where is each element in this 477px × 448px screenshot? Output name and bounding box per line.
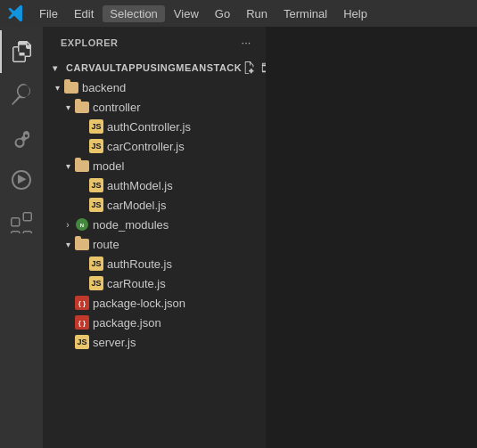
menu-selection[interactable]: Selection: [103, 5, 164, 22]
activity-bar: [0, 27, 43, 448]
workspace-actions: [242, 60, 266, 76]
explorer-header: EXPLORER ···: [43, 27, 266, 58]
backend-folder-icon: [64, 82, 78, 94]
menu-go[interactable]: Go: [208, 5, 237, 22]
workspace-chevron: [48, 61, 62, 75]
carmodel-chevron: [75, 198, 89, 212]
package-label: package.json: [93, 316, 161, 330]
authmodel-chevron: [75, 178, 89, 192]
backend-chevron: [50, 80, 64, 94]
workspace-name: CARVAULTAPPUSINGMEANSTACK: [66, 62, 242, 73]
more-options-button[interactable]: ···: [237, 34, 255, 52]
activity-run-debug[interactable]: [0, 159, 43, 201]
server-js-icon: JS: [75, 335, 89, 349]
menu-help[interactable]: Help: [336, 5, 374, 22]
activity-source-control[interactable]: [0, 116, 43, 159]
explorer-icon: [12, 41, 33, 62]
tree-item-backend[interactable]: backend: [43, 77, 266, 97]
carmodel-js-icon: JS: [89, 198, 103, 212]
svg-text:N: N: [80, 223, 84, 228]
activity-extensions[interactable]: [0, 201, 43, 244]
tree-item-route[interactable]: route: [43, 234, 266, 254]
route-folder-icon: [75, 239, 89, 250]
authmodel-js-icon: JS: [89, 178, 103, 192]
authroute-label: authRoute.js: [107, 257, 172, 271]
model-label: model: [93, 159, 124, 173]
carcontroller-chevron: [75, 139, 89, 153]
carcontroller-js-icon: JS: [89, 139, 103, 153]
extensions-icon: [11, 212, 32, 233]
vscode-logo: [7, 4, 25, 22]
tree-item-carroute[interactable]: JS carRoute.js: [43, 273, 266, 293]
packagelock-json-icon: { }: [75, 296, 89, 310]
source-control-icon: [11, 126, 32, 148]
workspace-header[interactable]: CARVAULTAPPUSINGMEANSTACK: [43, 58, 266, 77]
tree-item-nodemodules[interactable]: N node_modules: [43, 215, 266, 234]
activity-explorer[interactable]: [0, 30, 43, 73]
tree-item-authcontroller[interactable]: JS authController.js: [43, 117, 266, 136]
model-chevron: [61, 159, 75, 173]
titlebar: File Edit Selection View Go Run Terminal…: [0, 0, 477, 27]
search-icon: [11, 84, 32, 105]
tree-item-controller[interactable]: controller: [43, 97, 266, 117]
titlebar-menu: File Edit Selection View Go Run Terminal…: [32, 5, 374, 22]
editor-area: [266, 27, 477, 448]
main-layout: EXPLORER ··· CARVAULTAPPUSINGMEANSTACK: [0, 27, 477, 448]
file-tree[interactable]: CARVAULTAPPUSINGMEANSTACK: [43, 58, 266, 448]
carroute-label: carRoute.js: [107, 277, 166, 290]
package-chevron: [61, 315, 75, 330]
nodemodules-icon: N: [75, 217, 89, 232]
authcontroller-label: authController.js: [107, 120, 191, 134]
packagelock-chevron: [61, 296, 75, 310]
menu-run[interactable]: Run: [239, 5, 275, 22]
tree-item-carcontroller[interactable]: JS carController.js: [43, 136, 266, 156]
carcontroller-label: carController.js: [107, 140, 185, 153]
authcontroller-chevron: [75, 119, 89, 134]
new-folder-button[interactable]: [259, 60, 266, 76]
sidebar: EXPLORER ··· CARVAULTAPPUSINGMEANSTACK: [43, 27, 266, 448]
nodemodules-label: node_modules: [93, 218, 169, 232]
authmodel-label: authModel.js: [107, 179, 173, 192]
nodemodules-chevron: [61, 217, 75, 232]
tree-item-packagelock[interactable]: { } package-lock.json: [43, 293, 266, 313]
run-debug-icon: [11, 169, 32, 191]
tree-item-carmodel[interactable]: JS carModel.js: [43, 195, 266, 215]
menu-edit[interactable]: Edit: [67, 5, 101, 22]
tree-item-server[interactable]: JS server.js: [43, 332, 266, 352]
carmodel-label: carModel.js: [107, 199, 166, 212]
packagelock-label: package-lock.json: [93, 297, 185, 310]
package-json-icon: { }: [75, 315, 89, 330]
controller-chevron: [61, 100, 75, 114]
tree-item-package[interactable]: { } package.json: [43, 313, 266, 332]
authroute-chevron: [75, 257, 89, 271]
menu-file[interactable]: File: [32, 5, 65, 22]
activity-search[interactable]: [0, 73, 43, 116]
carroute-js-icon: JS: [89, 276, 103, 290]
model-folder-icon: [75, 160, 89, 172]
explorer-actions: ···: [237, 34, 255, 52]
tree-item-authmodel[interactable]: JS authModel.js: [43, 175, 266, 195]
menu-view[interactable]: View: [167, 5, 206, 22]
route-chevron: [61, 237, 75, 251]
controller-folder-icon: [75, 102, 89, 113]
authroute-js-icon: JS: [89, 257, 103, 271]
menu-terminal[interactable]: Terminal: [276, 5, 334, 22]
carroute-chevron: [75, 276, 89, 290]
workspace-header-left: CARVAULTAPPUSINGMEANSTACK: [48, 61, 242, 75]
authcontroller-js-icon: JS: [89, 119, 103, 134]
route-label: route: [93, 238, 119, 251]
server-label: server.js: [93, 336, 136, 349]
controller-label: controller: [93, 101, 140, 114]
server-chevron: [61, 335, 75, 349]
new-file-button[interactable]: [242, 60, 258, 76]
tree-item-authroute[interactable]: JS authRoute.js: [43, 254, 266, 273]
explorer-title: EXPLORER: [61, 37, 119, 48]
backend-label: backend: [82, 81, 126, 94]
tree-item-model[interactable]: model: [43, 156, 266, 175]
